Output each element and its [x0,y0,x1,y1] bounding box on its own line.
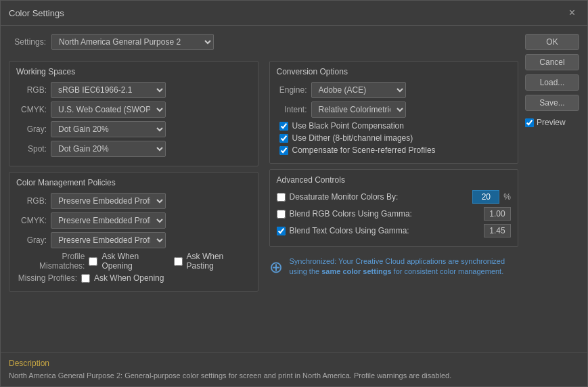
blend-text-value: 1.45 [484,224,511,237]
gray-policy-row: Gray: Preserve Embedded Profiles [16,232,251,248]
settings-select[interactable]: North America General Purpose 2 [51,34,214,50]
advanced-controls-section: Advanced Controls Desaturate Monitor Col… [269,169,519,247]
gray-policy-label: Gray: [16,235,47,245]
preview-check-row: Preview [525,118,579,127]
right-column: Conversion Options Engine: Adobe (ACE) I… [269,61,519,296]
ask-when-pasting-label: Ask When Pasting [187,252,251,271]
sync-icon: ⊕ [269,258,283,277]
engine-select[interactable]: Adobe (ACE) [311,82,406,98]
close-button[interactable]: × [565,6,579,20]
missing-profiles-row: Missing Profiles: Ask When Opening [16,273,251,283]
missing-ask-when-opening-checkbox[interactable] [81,274,90,283]
cmyk-policy-select[interactable]: Preserve Embedded Profiles [51,212,166,229]
working-spaces-title: Working Spaces [16,67,251,76]
dither-label: Use Dither (8-bit/channel images) [292,133,413,143]
black-point-checkbox[interactable] [279,122,288,131]
desaturate-percent: % [503,192,511,202]
black-point-row: Use Black Point Compensation [277,121,512,131]
two-column-layout: Working Spaces RGB: sRGB IEC61966-2.1 CM… [9,61,518,296]
rgb-policy-label: RGB: [16,196,47,206]
conversion-options-section: Conversion Options Engine: Adobe (ACE) I… [269,61,519,164]
color-management-policies-section: Color Management Policies RGB: Preserve … [9,172,258,292]
compensate-label: Compensate for Scene-referred Profiles [292,145,436,155]
desaturate-label: Desaturate Monitor Colors By: [290,192,469,202]
title-bar: Color Settings × [1,1,587,26]
missing-profiles-label: Missing Profiles: [16,273,77,283]
intent-row: Intent: Relative Colorimetric [277,101,512,118]
load-button[interactable]: Load... [525,74,579,91]
preview-label: Preview [537,118,566,127]
working-spaces-section: Working Spaces RGB: sRGB IEC61966-2.1 CM… [9,61,258,166]
advanced-controls-title: Advanced Controls [277,175,512,185]
intent-select[interactable]: Relative Colorimetric [311,101,406,118]
profile-mismatches-row: Profile Mismatches: Ask When Opening Ask… [16,252,251,271]
ask-when-pasting-checkbox[interactable] [174,257,183,266]
main-content: Settings: North America General Purpose … [9,34,518,344]
preview-checkbox[interactable] [525,118,534,127]
conversion-options-title: Conversion Options [277,67,512,76]
rgb-working-label: RGB: [16,85,47,95]
desaturate-value-input[interactable] [472,190,499,204]
left-column: Working Spaces RGB: sRGB IEC61966-2.1 CM… [9,61,258,296]
dialog-title: Color Settings [9,8,64,18]
side-buttons: OK Cancel Load... Save... Preview [525,34,579,344]
settings-label: Settings: [9,37,46,47]
desaturate-row: Desaturate Monitor Colors By: % [277,190,512,204]
cmyk-working-row: CMYK: U.S. Web Coated (SWOP) v2 [16,101,251,118]
gray-policy-select[interactable]: Preserve Embedded Profiles [51,232,166,248]
gray-working-select[interactable]: Dot Gain 20% [51,121,166,137]
description-section: Description North America General Purpos… [1,352,587,386]
blend-text-checkbox[interactable] [277,227,286,235]
description-text: North America General Purpose 2: General… [9,371,579,381]
blend-rgb-row: Blend RGB Colors Using Gamma: 1.00 [277,207,512,221]
blend-rgb-value: 1.00 [484,207,511,221]
save-button[interactable]: Save... [525,95,579,111]
rgb-policy-select[interactable]: Preserve Embedded Profiles [51,193,166,209]
cmyk-policy-row: CMYK: Preserve Embedded Profiles [16,212,251,229]
settings-row: Settings: North America General Purpose … [9,34,518,50]
compensate-checkbox[interactable] [279,146,288,155]
sync-row: ⊕ Synchronized: Your Creative Cloud appl… [269,252,519,281]
gray-working-row: Gray: Dot Gain 20% [16,121,251,137]
desaturate-checkbox[interactable] [277,193,286,202]
black-point-label: Use Black Point Compensation [292,121,404,131]
blend-rgb-checkbox[interactable] [277,210,286,219]
spot-working-select[interactable]: Dot Gain 20% [51,141,166,157]
rgb-working-select[interactable]: sRGB IEC61966-2.1 [51,82,166,98]
ask-when-opening-mismatch-label: Ask When Opening [101,252,169,271]
blend-rgb-label: Blend RGB Colors Using Gamma: [290,209,480,219]
missing-ask-when-opening-label: Ask When Opening [94,273,164,283]
ask-when-opening-mismatch-checkbox[interactable] [89,257,97,266]
description-title: Description [9,359,579,368]
cancel-button[interactable]: Cancel [525,54,579,70]
rgb-policy-row: RGB: Preserve Embedded Profiles [16,193,251,209]
color-settings-dialog: Color Settings × Settings: North America… [0,0,588,387]
cmyk-working-select[interactable]: U.S. Web Coated (SWOP) v2 [51,101,166,118]
dialog-body: Settings: North America General Purpose … [1,26,587,352]
spot-working-row: Spot: Dot Gain 20% [16,141,251,157]
intent-label: Intent: [277,105,307,114]
profile-mismatches-label: Profile Mismatches: [16,252,85,271]
dither-checkbox[interactable] [279,134,288,143]
color-management-title: Color Management Policies [16,178,251,187]
sync-text: Synchronized: Your Creative Cloud applic… [290,256,519,277]
cmyk-policy-label: CMYK: [16,216,47,225]
engine-label: Engine: [277,85,307,95]
engine-row: Engine: Adobe (ACE) [277,82,512,98]
blend-text-row: Blend Text Colors Using Gamma: 1.45 [277,224,512,237]
dither-row: Use Dither (8-bit/channel images) [277,133,512,143]
compensate-row: Compensate for Scene-referred Profiles [277,145,512,155]
blend-text-label: Blend Text Colors Using Gamma: [290,226,480,235]
cmyk-working-label: CMYK: [16,105,47,114]
ok-button[interactable]: OK [525,34,579,50]
gray-working-label: Gray: [16,124,47,134]
rgb-working-row: RGB: sRGB IEC61966-2.1 [16,82,251,98]
spot-working-label: Spot: [16,144,47,154]
